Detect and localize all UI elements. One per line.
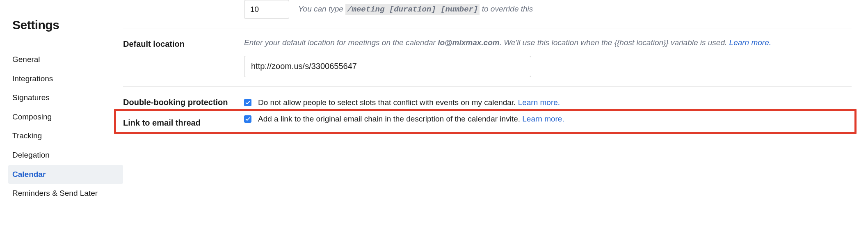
- sidebar-item-reminders[interactable]: Reminders & Send Later: [12, 184, 123, 203]
- check-icon: [245, 116, 251, 122]
- section-booking-and-link: Double-booking protection Link to email …: [123, 86, 852, 147]
- meeting-command-code: /meeting [duration] [number]: [345, 4, 480, 15]
- link-email-label: Link to email thread: [123, 117, 244, 128]
- double-booking-learn-more-link[interactable]: Learn more.: [518, 98, 560, 107]
- default-location-label: Default location: [123, 37, 244, 50]
- section-meeting-number: You can type /meeting [duration] [number…: [123, 0, 852, 28]
- link-email-checkbox[interactable]: [244, 115, 251, 123]
- sidebar-item-signatures[interactable]: Signatures: [12, 88, 123, 108]
- default-location-hint: Enter your default location for meetings…: [244, 38, 771, 47]
- page-title: Settings: [12, 16, 123, 34]
- double-booking-row: Do not allow people to select slots that…: [244, 97, 852, 108]
- settings-sidebar: Settings General Integrations Signatures…: [0, 0, 123, 203]
- settings-main: You can type /meeting [duration] [number…: [123, 0, 868, 203]
- account-email: lo@mixmax.com: [438, 38, 500, 47]
- sidebar-item-composing[interactable]: Composing: [12, 108, 123, 127]
- default-location-input[interactable]: [244, 56, 531, 77]
- double-booking-text: Do not allow people to select slots that…: [258, 97, 560, 108]
- default-location-learn-more-link[interactable]: Learn more.: [729, 38, 771, 47]
- hint-prefix: You can type: [298, 5, 345, 13]
- sidebar-item-general[interactable]: General: [12, 50, 123, 69]
- link-email-learn-more-link[interactable]: Learn more.: [522, 115, 564, 123]
- meeting-count-input[interactable]: [244, 0, 289, 19]
- sidebar-item-delegation[interactable]: Delegation: [12, 146, 123, 165]
- sidebar-nav: General Integrations Signatures Composin…: [12, 50, 123, 203]
- double-booking-checkbox[interactable]: [244, 99, 251, 106]
- check-icon: [245, 100, 251, 105]
- meeting-override-hint: You can type /meeting [duration] [number…: [298, 4, 533, 15]
- sidebar-item-integrations[interactable]: Integrations: [12, 69, 123, 89]
- sidebar-item-calendar[interactable]: Calendar: [8, 165, 123, 184]
- link-email-text: Add a link to the original email chain i…: [258, 114, 564, 125]
- section-default-location: Default location Enter your default loca…: [123, 28, 852, 86]
- hint-suffix: to override this: [480, 5, 533, 13]
- double-booking-label: Double-booking protection: [123, 96, 244, 108]
- sidebar-item-tracking[interactable]: Tracking: [12, 126, 123, 146]
- link-email-row: Add a link to the original email chain i…: [244, 114, 852, 125]
